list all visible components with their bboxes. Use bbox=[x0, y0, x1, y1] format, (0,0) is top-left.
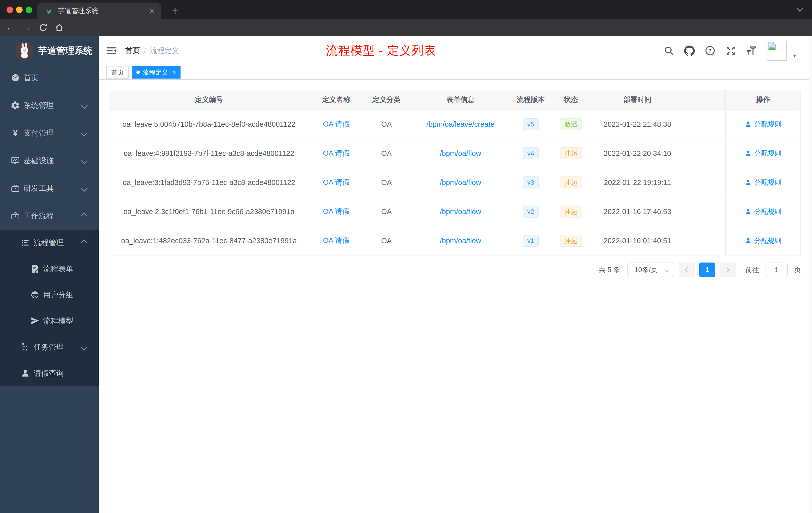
font-size-icon[interactable] bbox=[746, 46, 756, 56]
goto-label: 前往 bbox=[746, 265, 759, 274]
chevron-down-icon bbox=[81, 102, 88, 109]
table-header-row: 定义编号 定义名称 定义分类 表单信息 流程版本 状态 部署时间 操作 bbox=[109, 90, 801, 110]
sidebar-item-leave-query[interactable]: 请假查询 bbox=[0, 360, 99, 386]
page-scrollbar[interactable] bbox=[809, 36, 812, 513]
forward-icon[interactable]: → bbox=[20, 19, 34, 36]
macos-minimize-button[interactable] bbox=[16, 6, 23, 13]
yudao-favicon-icon bbox=[45, 6, 53, 15]
browser-toolbar: ← → 不安全 | dashboard.yudao.iocoder.cn/bpm… bbox=[0, 19, 812, 36]
app-window: 芋道管理系统 首页 系统管理 bbox=[0, 36, 812, 513]
sidebar-item-dev-tools[interactable]: 研发工具 bbox=[0, 175, 99, 202]
macos-close-button[interactable] bbox=[6, 6, 13, 13]
screen: 芋道管理系统 × + ← → 不安全 | dashboard.yudao.ioc… bbox=[0, 0, 812, 513]
reload-icon[interactable] bbox=[36, 23, 50, 32]
avatar-dropdown-caret-icon[interactable]: ▾ bbox=[793, 53, 796, 59]
pagination: 共 5 条 10条/页 1 前往 1 页 bbox=[599, 262, 801, 278]
tag-home[interactable]: 首页 bbox=[106, 66, 129, 79]
chevron-down-icon bbox=[81, 157, 88, 164]
table-row: oa_leave:4:991f2193-7b7f-11ec-a3c8-acde4… bbox=[109, 139, 801, 168]
sidebar-item-system[interactable]: 系统管理 bbox=[0, 92, 99, 119]
col-header-form: 表单信息 bbox=[409, 90, 512, 110]
person-icon bbox=[745, 237, 752, 244]
chevron-down-icon bbox=[81, 344, 88, 351]
breadcrumb-home[interactable]: 首页 bbox=[125, 46, 140, 56]
github-icon[interactable] bbox=[684, 46, 695, 56]
definition-name-link[interactable]: OA 请假 bbox=[323, 236, 349, 246]
form-link[interactable]: /bpm/oa/flow bbox=[440, 237, 481, 245]
macos-zoom-button[interactable] bbox=[26, 6, 32, 13]
breadcrumb: 首页 / 流程定义 bbox=[125, 46, 179, 56]
sidebar-item-user-group[interactable]: 用户分组 bbox=[0, 282, 99, 308]
sidebar-item-workflow[interactable]: 工作流程 bbox=[0, 202, 99, 230]
sidebar-item-process-management[interactable]: 流程管理 bbox=[0, 230, 99, 256]
status-badge: 激活 bbox=[560, 118, 582, 130]
main-area: 首页 / 流程定义 流程模型 - 定义列表 ? bbox=[99, 36, 812, 513]
definition-name-link[interactable]: OA 请假 bbox=[323, 119, 349, 129]
cell-deploy-time: 2022-01-22 19:19:11 bbox=[592, 168, 683, 197]
pagination-total: 共 5 条 bbox=[599, 265, 620, 274]
definition-name-link[interactable]: OA 请假 bbox=[323, 148, 349, 158]
paper-plane-icon bbox=[30, 316, 40, 326]
tree-icon bbox=[21, 342, 30, 352]
assign-rule-link[interactable]: 分配规则 bbox=[745, 149, 781, 158]
current-page-button[interactable]: 1 bbox=[699, 263, 715, 277]
assign-rule-link[interactable]: 分配规则 bbox=[745, 178, 781, 187]
sidebar-toggle-icon[interactable] bbox=[106, 45, 117, 56]
tab-close-icon[interactable]: × bbox=[149, 6, 154, 15]
form-link[interactable]: /bpm/oa/flow bbox=[440, 208, 481, 216]
new-tab-button[interactable]: + bbox=[168, 3, 182, 18]
goto-page-input[interactable]: 1 bbox=[765, 263, 788, 277]
sidebar-item-payment[interactable]: ¥ 支付管理 bbox=[0, 119, 99, 147]
table-row: oa_leave:5:004b710b-7b8a-11ec-8ef0-acde4… bbox=[109, 110, 801, 139]
back-icon[interactable]: ← bbox=[3, 19, 18, 36]
next-page-button[interactable] bbox=[720, 263, 736, 277]
status-badge: 挂起 bbox=[560, 206, 582, 218]
tab-search-chevron-icon[interactable] bbox=[797, 5, 803, 11]
tag-close-icon[interactable]: × bbox=[173, 69, 176, 76]
user-avatar[interactable] bbox=[766, 41, 787, 61]
sidebar-item-process-form[interactable]: 流程表单 bbox=[0, 256, 99, 282]
cell-definition-id: oa_leave:1:482ec033-762a-11ec-8477-a2380… bbox=[109, 227, 309, 255]
table-row: oa_leave:3:1fad3d93-7b75-11ec-a3c8-acde4… bbox=[109, 168, 801, 197]
prev-page-button[interactable] bbox=[679, 263, 695, 277]
tag-process-definition[interactable]: 流程定义 × bbox=[132, 66, 180, 79]
sidebar-item-infrastructure[interactable]: 基础设施 bbox=[0, 147, 99, 175]
chevron-down-icon bbox=[81, 130, 88, 137]
col-header-id: 定义编号 bbox=[109, 90, 309, 110]
sidebar-item-task-management[interactable]: 任务管理 bbox=[0, 334, 99, 360]
svg-text:¥: ¥ bbox=[13, 128, 18, 138]
browser-tab-title: 芋道管理系统 bbox=[58, 6, 149, 15]
search-icon[interactable] bbox=[664, 46, 674, 56]
cell-category: OA bbox=[364, 168, 409, 197]
breadcrumb-current: 流程定义 bbox=[150, 46, 179, 56]
cell-category: OA bbox=[364, 139, 409, 168]
tags-view-bar: 首页 流程定义 × bbox=[99, 65, 812, 80]
person-icon bbox=[745, 179, 752, 186]
table-row: oa_leave:1:482ec033-762a-11ec-8477-a2380… bbox=[109, 227, 801, 255]
form-link[interactable]: /bpm/oa/leave/create bbox=[427, 120, 495, 128]
sidebar-item-process-model[interactable]: 流程模型 bbox=[0, 308, 99, 334]
form-link[interactable]: /bpm/oa/flow bbox=[440, 178, 481, 187]
form-link[interactable]: /bpm/oa/flow bbox=[440, 149, 481, 158]
version-badge: v4 bbox=[523, 147, 539, 160]
status-badge: 挂起 bbox=[560, 176, 582, 189]
version-badge: v2 bbox=[523, 206, 539, 218]
col-header-name: 定义名称 bbox=[309, 90, 364, 110]
sidebar-item-home[interactable]: 首页 bbox=[0, 64, 99, 92]
help-icon[interactable]: ? bbox=[705, 46, 715, 56]
definition-table: 定义编号 定义名称 定义分类 表单信息 流程版本 状态 部署时间 操作 oa_l… bbox=[109, 90, 801, 255]
assign-rule-link[interactable]: 分配规则 bbox=[745, 120, 781, 129]
user-face-icon bbox=[30, 290, 40, 300]
definition-name-link[interactable]: OA 请假 bbox=[323, 177, 349, 187]
active-tag-dot bbox=[136, 70, 140, 74]
assign-rule-link[interactable]: 分配规则 bbox=[745, 236, 781, 245]
browser-tab[interactable]: 芋道管理系统 × bbox=[37, 2, 161, 19]
fullscreen-icon[interactable] bbox=[725, 46, 736, 56]
version-badge: v1 bbox=[523, 235, 539, 247]
cell-deploy-time: 2022-01-16 01:40:51 bbox=[592, 227, 683, 255]
home-icon[interactable] bbox=[52, 23, 66, 32]
definition-name-link[interactable]: OA 请假 bbox=[323, 207, 349, 217]
page-size-select[interactable]: 10条/页 bbox=[628, 263, 674, 277]
chevron-right-icon bbox=[724, 267, 730, 272]
assign-rule-link[interactable]: 分配规则 bbox=[745, 207, 781, 216]
